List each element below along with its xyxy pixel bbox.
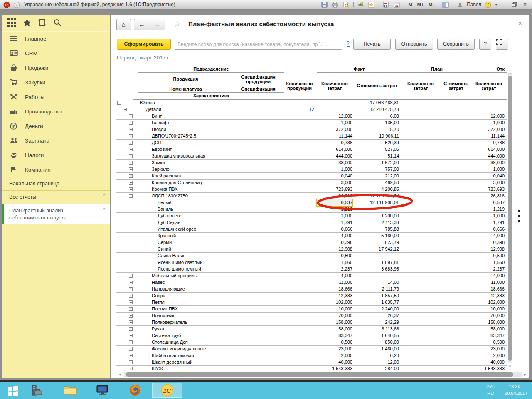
- expand-icon[interactable]: +: [129, 128, 133, 131]
- close-icon[interactable]: ×: [103, 192, 106, 197]
- language-indicator[interactable]: РУС: [486, 384, 495, 389]
- favorite-star-icon[interactable]: ☆: [174, 19, 181, 29]
- table-row[interactable]: +ШУЖ1 543,333284,001 543,333: [116, 366, 507, 370]
- table-row[interactable]: +Фасады индивидуальные23,0001 460,0023,0…: [116, 346, 507, 352]
- keyboard-layout[interactable]: RU: [487, 391, 494, 396]
- table-row[interactable]: +Замки38,0001 672,0038,000: [116, 160, 507, 166]
- scroll-left-icon[interactable]: ◂: [118, 372, 122, 377]
- favorites-icon[interactable]: [367, 1, 377, 8]
- vertical-scrollbar-thumb[interactable]: [508, 76, 512, 361]
- expand-icon[interactable]: +: [129, 281, 133, 284]
- expand-icon[interactable]: +: [129, 360, 133, 364]
- scroll-right-icon[interactable]: ▸: [523, 372, 527, 377]
- expand-icon[interactable]: +: [129, 334, 133, 337]
- scroll-up-icon[interactable]: ▴: [508, 68, 512, 72]
- close-report-icon[interactable]: ×: [518, 20, 522, 27]
- expand-icon[interactable]: +: [129, 294, 133, 298]
- sidebar-item-main[interactable]: Главное: [2, 32, 110, 46]
- expand-icon[interactable]: +: [129, 181, 133, 185]
- table-row[interactable]: +Пленка ПВХ10,0002 240,0010,000: [116, 306, 507, 313]
- help-button[interactable]: ?: [479, 39, 491, 50]
- search-input[interactable]: [175, 39, 342, 50]
- expand-icon[interactable]: +: [129, 161, 133, 165]
- calendar-icon[interactable]: 31: [392, 1, 402, 8]
- apps-grid-icon[interactable]: [7, 18, 17, 27]
- sidebar-item-crm[interactable]: CRM: [2, 46, 110, 61]
- period-value-link[interactable]: март 2017 г.: [140, 54, 170, 61]
- table-row[interactable]: Слива Валис0,5000,500: [116, 253, 507, 259]
- table-row[interactable]: +Евровинт614,000527,05614,000: [116, 146, 507, 153]
- expand-icon[interactable]: +: [129, 174, 133, 178]
- table-row[interactable]: −Юрина17 086 468,31: [116, 100, 507, 106]
- sidebar-item-taxes[interactable]: Налоги: [2, 148, 110, 163]
- expand-icon[interactable]: +: [129, 307, 133, 311]
- table-row[interactable]: +Столешница Дсп0,500850,000,500: [116, 339, 507, 346]
- expand-icon[interactable]: +: [129, 327, 133, 331]
- expand-icon[interactable]: +: [129, 114, 133, 118]
- taskbar-item-computer[interactable]: [93, 383, 112, 398]
- taskbar-item-onec[interactable]: 1С: [152, 383, 182, 398]
- table-row[interactable]: Ясень шимо темный2,2373 683,952,237: [116, 266, 507, 273]
- table-row[interactable]: +Направляющие18,6662 111,7918,666: [116, 286, 507, 293]
- clock-date[interactable]: 20.04.2017: [505, 391, 527, 396]
- taskbar-item-firefox[interactable]: [126, 383, 145, 398]
- sidebar-item-money[interactable]: ₽Деньги: [2, 119, 110, 133]
- table-row[interactable]: Дуб понете1,0001 200,001,000: [116, 213, 507, 219]
- expand-icon[interactable]: +: [129, 314, 133, 318]
- table-row[interactable]: −ЛДСП 1830*275026,81612 175 514,0426,816: [116, 193, 507, 200]
- table-row[interactable]: +Навес11,00014,0011,000: [116, 279, 507, 286]
- expand-icon[interactable]: +: [129, 367, 133, 370]
- collapse-icon[interactable]: −: [117, 101, 121, 105]
- table-row[interactable]: +Опора12,3331 857,5012,333: [116, 293, 507, 299]
- table-row[interactable]: Красный4,0005 160,004,000: [116, 233, 507, 239]
- back-button[interactable]: ←: [134, 19, 150, 30]
- table-row[interactable]: +Винт12,0006,0012,000: [116, 113, 507, 120]
- table-row[interactable]: +Шайба пластиковая2,0000,202,000: [116, 352, 507, 359]
- taskbar-item-srvmgr[interactable]: [27, 383, 47, 398]
- table-row[interactable]: +Гвозди372,00015,70372,000: [116, 126, 507, 133]
- sidebar-tab[interactable]: Все отчеты×: [2, 190, 110, 204]
- fullscreen-button[interactable]: [496, 39, 508, 50]
- print-preview-icon[interactable]: [341, 1, 351, 8]
- table-row[interactable]: Ясень шимо светлый1,5601 897,811,560: [116, 259, 507, 266]
- taskbar-item-explorer[interactable]: [61, 383, 80, 398]
- table-row[interactable]: +Заглушка универсальная444,00051,14444,0…: [116, 153, 507, 160]
- sidebar-item-salary[interactable]: Зарплата: [2, 133, 110, 148]
- search-icon[interactable]: [53, 18, 62, 27]
- add-favorite-icon[interactable]: [356, 1, 366, 8]
- memory-subtract-button[interactable]: M-: [426, 2, 436, 7]
- table-row[interactable]: Белый0,53712 141 908,010,537: [116, 200, 507, 206]
- table-row[interactable]: −Детали1212 210 475,78: [116, 106, 507, 113]
- table-row[interactable]: Серый0,398823,790,398: [116, 239, 507, 246]
- window-menu-chevron-icon[interactable]: [12, 1, 22, 8]
- send-button[interactable]: Отправить: [395, 39, 433, 50]
- sidebar-item-works[interactable]: Работы: [2, 90, 110, 104]
- expand-icon[interactable]: +: [129, 274, 133, 278]
- expand-icon[interactable]: +: [129, 320, 133, 324]
- generate-button[interactable]: Сформировать: [117, 39, 171, 50]
- table-row[interactable]: Дуб Седан1,7912 113,381,791: [116, 219, 507, 226]
- expand-icon[interactable]: +: [129, 347, 133, 351]
- sidebar-item-purchases[interactable]: Закупки: [2, 75, 110, 90]
- expand-icon[interactable]: +: [129, 187, 133, 191]
- history-icon[interactable]: [38, 18, 47, 27]
- table-row[interactable]: +Полкодержатель158,000242,29158,000: [116, 319, 507, 326]
- print-icon[interactable]: [330, 1, 340, 8]
- save-icon[interactable]: [320, 1, 330, 8]
- expand-icon[interactable]: +: [129, 167, 133, 171]
- table-row[interactable]: +Зеркало1,000757,001,000: [116, 166, 507, 173]
- minimize-button[interactable]: –: [500, 1, 509, 8]
- close-icon[interactable]: ×: [103, 206, 106, 212]
- table-row[interactable]: Ваниль1,2191,219: [116, 206, 507, 213]
- expand-icon[interactable]: +: [129, 340, 133, 344]
- memory-recall-button[interactable]: M: [406, 2, 414, 7]
- table-row[interactable]: +Система труб83,3471 640,5583,347: [116, 332, 507, 339]
- print-button[interactable]: Печать: [353, 39, 391, 50]
- expand-icon[interactable]: +: [129, 287, 133, 291]
- expand-icon[interactable]: +: [129, 154, 133, 158]
- calculator-icon[interactable]: [381, 1, 391, 8]
- table-row[interactable]: +ДСП0,738520,390,738: [116, 140, 507, 146]
- annotation-handle[interactable]: [518, 215, 520, 217]
- sidebar-item-company[interactable]: Компания: [2, 163, 110, 177]
- sidebar-item-production[interactable]: Производство: [2, 104, 110, 119]
